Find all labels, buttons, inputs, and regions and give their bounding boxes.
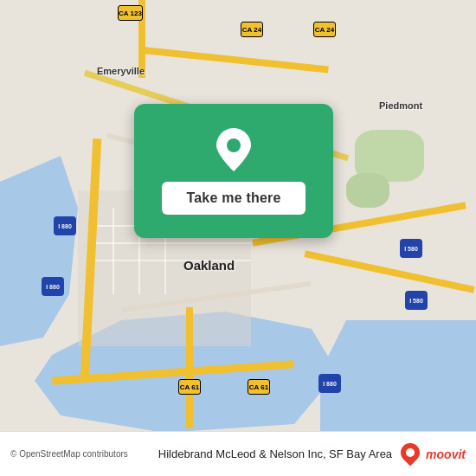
water-right [320,320,476,433]
hwy-badge-i880-2: I 880 [42,277,64,296]
hwy-badge-ca123: CA 123 [118,5,143,21]
take-me-there-button[interactable]: Take me there [162,182,305,215]
footer-right: Hildebrand McLeod & Nelson Inc, SF Bay A… [158,443,466,466]
city-label-oakland: Oakland [183,258,235,273]
hwy-badge-i880-1: I 880 [54,216,76,235]
street-h2 [95,242,251,244]
hwy-badge-i580-2: I 580 [405,291,428,310]
hwy-badge-i580-1: I 580 [400,239,422,258]
map-credit: © OpenStreetMap contributors [10,449,158,459]
moovit-text: moovit [426,447,466,461]
hwy-badge-ca24-1: CA 24 [241,22,263,37]
place-name-label: Hildebrand McLeod & Nelson Inc, SF Bay A… [158,447,392,460]
road-ca61 [186,307,193,428]
town-label-piedmont: Piedmont [379,100,422,111]
hwy-badge-ca61-2: CA 61 [248,379,270,395]
town-label-emeryville: Emeryville [97,66,145,76]
map-container: I 880 I 880 I 880 I 580 I 580 CA 123 CA … [0,0,476,476]
street-v1 [113,208,114,294]
bottom-bar: © OpenStreetMap contributors Hildebrand … [0,431,476,476]
hwy-badge-ca61-1: CA 61 [178,379,201,395]
svg-point-0 [227,138,241,152]
park-area-3 [346,173,389,208]
hwy-badge-i880-3: I 880 [318,374,341,393]
moovit-logo: moovit [399,443,466,466]
hwy-badge-ca24-2: CA 24 [313,22,336,37]
destination-card: Take me there [134,104,333,238]
location-pin-icon [216,128,251,171]
